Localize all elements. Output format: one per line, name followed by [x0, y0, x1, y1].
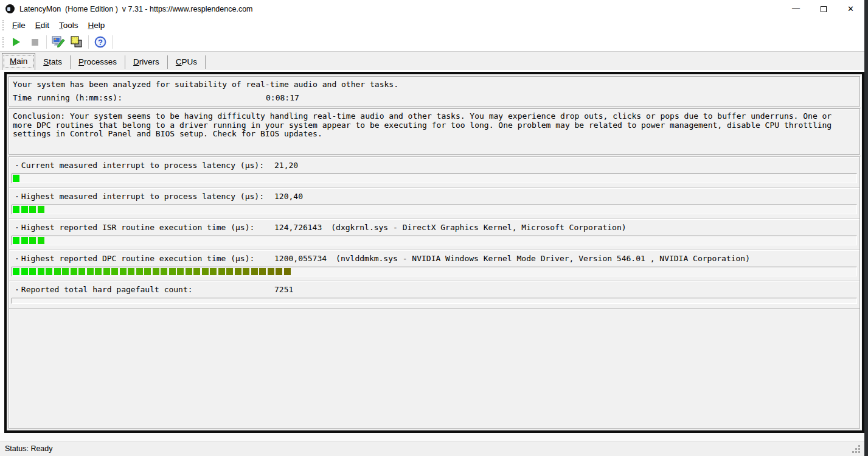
bar-segment: [78, 268, 85, 275]
start-monitor-button[interactable]: [8, 34, 25, 50]
measurement-bar: [12, 174, 857, 183]
bar-segment: [193, 268, 200, 275]
measurement-row: ·Highest reported DPC routine execution …: [9, 250, 859, 281]
measurement-value: 21,20: [274, 161, 298, 170]
measurement-bar: [12, 267, 857, 276]
close-button[interactable]: ✕: [837, 0, 864, 18]
measurement-value: 124,726143: [274, 223, 322, 232]
app-icon-glint: [7, 7, 10, 11]
measurement-bullet: ·: [15, 254, 19, 263]
bar-segment: [13, 268, 19, 275]
bar-segment: [21, 206, 28, 213]
tab-drivers[interactable]: Drivers: [125, 55, 168, 69]
measurement-row: ·Reported total hard pagefault count: 72…: [9, 281, 859, 309]
monitor-pencil-icon: [52, 35, 65, 49]
bar-segment: [38, 237, 44, 244]
bar-segment: [226, 268, 233, 275]
bar-segment: [177, 268, 184, 275]
bar-segment: [235, 268, 241, 275]
measurement-bar: [12, 205, 857, 214]
bar-segment: [276, 268, 282, 275]
measurement-value: 1200,055734: [274, 254, 327, 263]
bar-segment: [62, 268, 69, 275]
status-gap: [0, 433, 868, 441]
bar-segment: [186, 268, 192, 275]
resize-grip-icon[interactable]: [858, 451, 860, 453]
bar-segment: [210, 268, 217, 275]
measurement-bullet: ·: [15, 161, 19, 170]
bar-segment: [284, 268, 291, 275]
main-tab-page: Your system has been analyzed for suitab…: [4, 72, 864, 433]
measurement-row: ·Highest reported ISR routine execution …: [9, 219, 859, 250]
measurement-bar: [12, 298, 857, 304]
bar-segment: [161, 268, 167, 275]
help-button[interactable]: ?: [92, 34, 109, 50]
bar-segment: [29, 206, 36, 213]
toolbar-separator: [112, 35, 113, 49]
measurement-detail: (nvlddmkm.sys - NVIDIA Windows Kernel Mo…: [336, 254, 750, 263]
window-border: [864, 0, 868, 456]
tab-main[interactable]: Main: [2, 53, 35, 70]
menu-edit[interactable]: Edit: [30, 19, 54, 32]
bar-segment: [111, 268, 118, 275]
bar-segment: [243, 268, 249, 275]
toolbar: ?: [0, 33, 868, 52]
bar-segment: [46, 268, 52, 275]
menu-help[interactable]: Help: [83, 19, 110, 32]
conclusion-text: Conclusion: Your system seems to be havi…: [13, 112, 840, 139]
bar-segment: [259, 268, 266, 275]
bar-segment: [87, 268, 94, 275]
edit-options-button[interactable]: [50, 34, 67, 50]
menu-tools[interactable]: Tools: [54, 19, 83, 32]
bar-segment: [13, 206, 19, 213]
measurement-value: 120,40: [274, 192, 303, 201]
time-running-value: 0:08:17: [266, 93, 299, 102]
stop-icon: [32, 39, 38, 46]
bar-segment: [120, 268, 127, 275]
status-text: Status: Ready: [5, 444, 53, 453]
bar-segment: [153, 268, 159, 275]
measurement-detail: (dxgkrnl.sys - DirectX Graphics Kernel, …: [331, 223, 626, 232]
bar-segment: [21, 237, 28, 244]
analysis-panel: Your system has been analyzed for suitab…: [9, 76, 860, 107]
window-controls: — ✕: [782, 0, 864, 18]
tabbar: Main Stats Processes Drivers CPUs: [0, 52, 868, 70]
toolbar-separator: [46, 35, 47, 49]
bar-segment: [29, 268, 36, 275]
measurement-bar: [12, 236, 857, 245]
tab-cpus[interactable]: CPUs: [168, 55, 206, 69]
measurement-label: Highest reported ISR routine execution t…: [21, 223, 255, 232]
bar-segment: [169, 268, 176, 275]
bar-segment: [13, 237, 19, 244]
question-mark-icon: ?: [94, 35, 107, 49]
tab-processes[interactable]: Processes: [71, 55, 125, 69]
bar-segment: [38, 268, 44, 275]
bar-segment: [95, 268, 102, 275]
menubar-gripper: [2, 20, 4, 30]
overlapping-squares-icon: [70, 35, 83, 49]
measurements-panel: ·Current measured interrupt to process l…: [9, 156, 860, 429]
bar-segment: [202, 268, 209, 275]
measurement-bullet: ·: [15, 285, 19, 294]
menu-file[interactable]: File: [7, 19, 30, 32]
measurement-label: Highest reported DPC routine execution t…: [21, 254, 255, 263]
tab-stats[interactable]: Stats: [35, 55, 71, 69]
bar-segment: [103, 268, 110, 275]
titlebar: LatencyMon (Home Edition ) v 7.31 - http…: [0, 0, 868, 18]
minimize-button[interactable]: —: [782, 0, 810, 18]
maximize-button[interactable]: [810, 0, 837, 18]
measurement-row: ·Current measured interrupt to process l…: [9, 157, 859, 188]
bar-segment: [136, 268, 143, 275]
bar-segment: [21, 268, 28, 275]
bar-segment: [38, 206, 44, 213]
measurement-bullet: ·: [15, 223, 19, 232]
time-running-label: Time running (h:mm:ss):: [13, 93, 266, 102]
play-icon: [13, 38, 20, 46]
latency-tests-button[interactable]: [68, 34, 85, 50]
statusbar: Status: Ready: [0, 441, 868, 456]
bar-segment: [144, 268, 151, 275]
measurement-bullet: ·: [15, 192, 19, 201]
menubar: File Edit Tools Help: [0, 18, 868, 33]
measurement-label: Reported total hard pagefault count:: [21, 285, 193, 294]
close-icon: ✕: [847, 4, 854, 13]
